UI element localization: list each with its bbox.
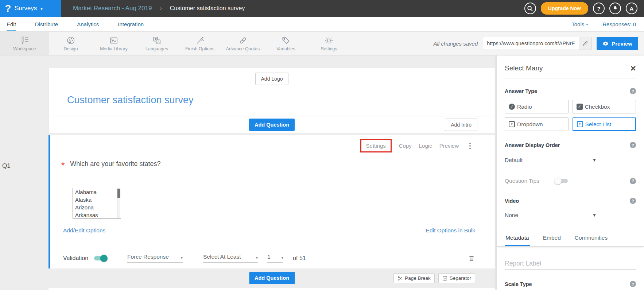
trash-icon bbox=[468, 255, 475, 262]
toolbar-item-finish-options[interactable]: Finish Options bbox=[178, 32, 221, 55]
listbox-scrollbar[interactable] bbox=[117, 189, 120, 218]
answer-display-order-label: Answer Display Order bbox=[505, 142, 560, 148]
tools-menu[interactable]: Tools▾ bbox=[571, 21, 588, 27]
toolbar-item-variables[interactable]: Variables bbox=[264, 32, 307, 55]
toolbar-item-design[interactable]: Design bbox=[49, 32, 92, 55]
svg-text:A: A bbox=[157, 39, 160, 43]
answer-type-dropdown[interactable]: ▼ Dropdown bbox=[505, 117, 569, 131]
dropdown-square-icon: ▼ bbox=[509, 121, 515, 127]
survey-title[interactable]: Customer satisfaction survey bbox=[49, 85, 495, 116]
kebab-menu-icon[interactable] bbox=[468, 142, 473, 150]
survey-header-card: Add Logo Customer satisfaction survey Ad… bbox=[49, 68, 495, 133]
tab-integration[interactable]: Integration bbox=[118, 18, 144, 31]
list-option[interactable]: Alaska bbox=[73, 196, 121, 204]
force-response-value: Force Response bbox=[127, 254, 169, 260]
video-label: Video bbox=[505, 198, 519, 204]
help-icon[interactable]: ? bbox=[630, 281, 636, 287]
between-questions-actions: Add Question Page Break Separator bbox=[49, 268, 495, 287]
avatar[interactable]: A bbox=[626, 3, 637, 14]
workspace-icon bbox=[20, 36, 30, 45]
product-menu[interactable]: ? Surveys ▾ bbox=[0, 0, 61, 17]
add-question-button-top[interactable]: Add Question bbox=[249, 119, 295, 131]
question-number-label: Q1 bbox=[2, 162, 11, 170]
validation-toggle[interactable] bbox=[93, 255, 107, 262]
report-label-input[interactable] bbox=[505, 258, 636, 270]
translate-icon: A bbox=[152, 36, 162, 45]
panel-tabs-bar: Metadata Embed Communities bbox=[497, 229, 644, 247]
question-logic-menu-item[interactable]: Logic bbox=[419, 143, 432, 149]
scale-type-label: Scale Type bbox=[505, 281, 532, 287]
list-option[interactable]: Alabama bbox=[73, 188, 121, 196]
help-icon[interactable]: ? bbox=[630, 88, 636, 94]
scrollbar-thumb[interactable] bbox=[117, 189, 120, 198]
question-copy-menu-item[interactable]: Copy bbox=[399, 143, 412, 149]
palette-icon bbox=[66, 36, 75, 45]
toolbar-label: Advance Quotas bbox=[226, 46, 260, 51]
notifications-button[interactable] bbox=[609, 3, 621, 14]
add-edit-options-link[interactable]: Add/Edit Options bbox=[63, 227, 105, 234]
caret-down-icon: ▾ bbox=[40, 7, 43, 11]
force-response-dropdown[interactable]: Force Response ▾ bbox=[127, 254, 183, 263]
help-icon[interactable]: ? bbox=[630, 198, 636, 204]
question-card: Settings Copy Logic Preview * Which are … bbox=[49, 135, 495, 268]
count-value: 1 bbox=[267, 254, 271, 260]
top-bar: ? Surveys ▾ Market Research - Aug 2019 ›… bbox=[0, 0, 644, 17]
search-icon bbox=[527, 5, 533, 12]
add-intro-button[interactable]: Add Intro bbox=[445, 119, 477, 131]
toolbar-label: Settings bbox=[321, 46, 337, 51]
video-value: None bbox=[505, 212, 518, 219]
answer-type-checkbox[interactable]: ✓ Checkbox bbox=[573, 100, 636, 113]
answer-select-list[interactable]: Alabama Alaska Arizona Arkansas bbox=[73, 188, 121, 219]
toolbar-item-settings[interactable]: Settings bbox=[307, 32, 350, 55]
list-option[interactable]: Arizona bbox=[73, 204, 121, 211]
upgrade-now-button[interactable]: Upgrade Now bbox=[541, 2, 588, 15]
video-dropdown[interactable]: None ▼ bbox=[505, 212, 597, 219]
answer-display-order-dropdown[interactable]: Default ▼ bbox=[505, 157, 597, 163]
preview-button[interactable]: Preview bbox=[597, 37, 638, 50]
list-option[interactable]: Arkansas bbox=[73, 211, 121, 219]
add-logo-button[interactable]: Add Logo bbox=[255, 73, 289, 85]
page-break-label: Page Break bbox=[405, 275, 431, 281]
options-total-label: of 51 bbox=[293, 255, 306, 262]
edit-toolbar: Workspace Design Media Library A Languag… bbox=[0, 32, 644, 55]
question-settings-menu-item[interactable]: Settings bbox=[360, 139, 392, 152]
search-button[interactable] bbox=[524, 3, 536, 14]
tab-distribute[interactable]: Distribute bbox=[35, 18, 58, 31]
toolbar-item-media-library[interactable]: Media Library bbox=[92, 32, 135, 55]
pencil-icon bbox=[582, 40, 588, 46]
close-icon[interactable]: × bbox=[631, 65, 636, 72]
breadcrumb-folder[interactable]: Market Research - Aug 2019 bbox=[73, 5, 152, 12]
answer-type-select-list[interactable]: ▼ Select List bbox=[573, 117, 636, 131]
help-button[interactable]: ? bbox=[593, 3, 605, 14]
survey-url-input[interactable] bbox=[483, 40, 579, 46]
validation-count-dropdown[interactable]: 1 ▾ bbox=[267, 254, 283, 263]
help-icon[interactable]: ? bbox=[630, 178, 636, 184]
help-icon[interactable]: ? bbox=[630, 142, 636, 148]
edit-url-button[interactable] bbox=[579, 37, 591, 50]
question-tips-label: Question Tips bbox=[505, 178, 539, 184]
tab-metadata[interactable]: Metadata bbox=[505, 229, 530, 246]
panel-title: Select Many bbox=[505, 64, 543, 72]
question-tips-toggle[interactable] bbox=[555, 177, 569, 185]
tab-embed[interactable]: Embed bbox=[542, 229, 562, 246]
validation-criteria-dropdown[interactable]: Select At Least ▾ bbox=[203, 254, 258, 263]
tab-edit[interactable]: Edit bbox=[7, 18, 16, 31]
tab-analytics[interactable]: Analytics bbox=[77, 18, 99, 31]
toolbar-item-workspace[interactable]: Workspace bbox=[0, 32, 49, 55]
answer-type-radio[interactable]: ✓ Radio bbox=[505, 100, 569, 113]
toolbar-item-advance-quotas[interactable]: Advance Quotas bbox=[221, 32, 264, 55]
nav-right: Tools▾ Responses: 0 bbox=[571, 21, 644, 27]
toolbar-label: Design bbox=[64, 46, 78, 51]
edit-options-in-bulk-link[interactable]: Edit Options in Bulk bbox=[426, 227, 475, 234]
caret-down-icon: ▾ bbox=[256, 255, 258, 260]
question-text[interactable]: Which are your favorite states? bbox=[70, 160, 160, 168]
separator-button[interactable]: Separator bbox=[438, 273, 475, 283]
toolbar-item-languages[interactable]: A Languages bbox=[135, 32, 178, 55]
validation-label: Validation bbox=[63, 255, 88, 262]
page-break-button[interactable]: Page Break bbox=[393, 273, 435, 283]
delete-question-button[interactable] bbox=[468, 255, 475, 262]
add-question-button-bottom[interactable]: Add Question bbox=[249, 272, 295, 284]
tab-communities[interactable]: Communities bbox=[574, 229, 608, 246]
question-preview-menu-item[interactable]: Preview bbox=[439, 143, 459, 149]
responses-count[interactable]: Responses: 0 bbox=[602, 21, 636, 27]
